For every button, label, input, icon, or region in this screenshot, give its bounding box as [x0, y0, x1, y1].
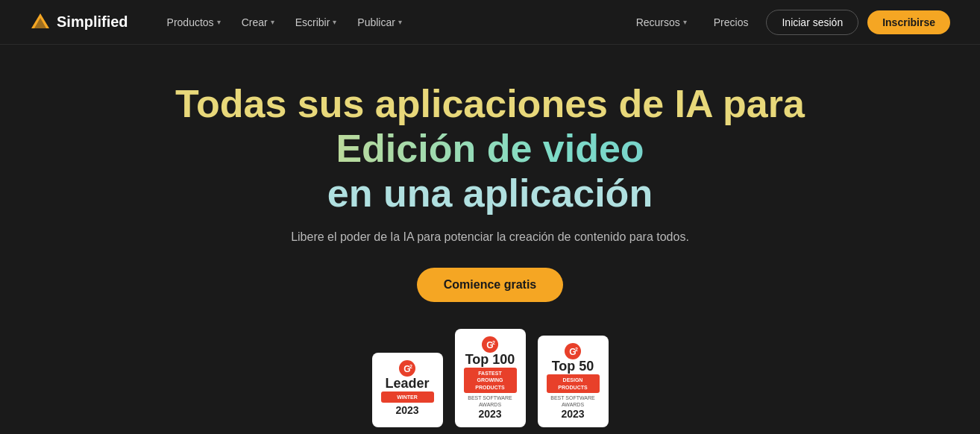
hero-title-line1: Todas sus aplicaciones de IA para — [175, 82, 805, 125]
nav-item-publicar[interactable]: Publicar ▾ — [348, 10, 411, 34]
badge-leader-year: 2023 — [395, 404, 418, 416]
badge-top50-year: 2023 — [561, 408, 584, 420]
hero-section: Todas sus aplicaciones de IA para Edició… — [0, 45, 980, 434]
badge-leader-title: Leader — [385, 377, 429, 390]
badge-top100: G 2 Top 100 Fastest Growing Products BES… — [455, 329, 526, 427]
g2-logo-icon: G 2 — [565, 343, 581, 359]
chevron-down-icon: ▾ — [333, 18, 336, 26]
nav-links: Productos ▾ Crear ▾ Escribir ▾ Publicar … — [158, 10, 627, 34]
nav-item-productos[interactable]: Productos ▾ — [158, 10, 230, 34]
svg-text:2: 2 — [409, 364, 412, 369]
navbar: Simplified Productos ▾ Crear ▾ Escribir … — [0, 0, 980, 45]
chevron-down-icon: ▾ — [398, 18, 402, 26]
logo-link[interactable]: Simplified — [30, 12, 128, 33]
badge-top50-subtitle: BEST SOFTWARE AWARDS — [547, 394, 600, 408]
chevron-down-icon: ▾ — [683, 18, 687, 26]
badge-leader-ribbon: WINTER — [381, 391, 434, 403]
nav-item-recursos[interactable]: Recursos ▾ — [627, 10, 696, 34]
login-button[interactable]: Iniciar sesión — [766, 10, 858, 35]
hero-title: Todas sus aplicaciones de IA para Edició… — [175, 82, 805, 216]
hero-title-line2: Edición de video — [175, 127, 805, 172]
badge-top100-ribbon: Fastest Growing Products — [464, 368, 517, 392]
logo-icon — [30, 12, 51, 33]
badge-leader: G 2 Leader WINTER 2023 — [372, 353, 443, 427]
g2-logo-icon: G 2 — [399, 360, 415, 377]
badge-top100-title: Top 100 — [465, 353, 515, 366]
hero-title-line3: en una aplicación — [327, 172, 653, 215]
svg-text:2: 2 — [575, 347, 578, 352]
nav-right: Recursos ▾ Precios Iniciar sesión Inscri… — [627, 10, 950, 35]
signup-button[interactable]: Inscribirse — [867, 10, 950, 34]
chevron-down-icon: ▾ — [271, 18, 274, 26]
nav-item-precios[interactable]: Precios — [705, 10, 758, 34]
badge-top100-subtitle: BEST SOFTWARE AWARDS — [464, 394, 517, 408]
brand-name: Simplified — [57, 13, 128, 31]
awards-badges: G 2 Leader WINTER 2023 G 2 Top 100 Faste… — [372, 329, 609, 427]
svg-text:2: 2 — [492, 340, 495, 345]
badge-top50-title: Top 50 — [552, 359, 594, 373]
nav-item-crear[interactable]: Crear ▾ — [233, 10, 283, 34]
hero-subtitle: Libere el poder de la IA para potenciar … — [291, 230, 689, 244]
badge-top50: G 2 Top 50 Design Products BEST SOFTWARE… — [538, 336, 609, 427]
badge-top50-ribbon: Design Products — [547, 374, 600, 392]
cta-button[interactable]: Comience gratis — [417, 268, 563, 302]
g2-logo-icon: G 2 — [482, 336, 498, 353]
badge-top100-year: 2023 — [478, 408, 501, 420]
nav-item-escribir[interactable]: Escribir ▾ — [286, 10, 346, 34]
chevron-down-icon: ▾ — [217, 18, 221, 26]
